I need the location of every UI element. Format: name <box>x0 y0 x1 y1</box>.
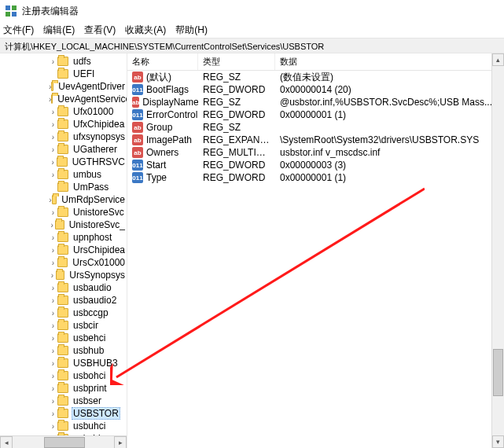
col-header-name[interactable]: 名称 <box>127 53 198 70</box>
tree-item-label: usbuhci <box>72 420 107 431</box>
col-header-data[interactable]: 数据 <box>275 53 504 70</box>
chevron-right-icon[interactable]: › <box>49 233 57 242</box>
string-value-icon: ab <box>132 72 143 83</box>
tree-item-label: usbser <box>72 395 103 406</box>
tree-item-unistoresvc_[interactable]: ›UnistoreSvc_ <box>0 218 127 231</box>
tree-item-upnphost[interactable]: ›upnphost <box>0 231 127 244</box>
chevron-right-icon[interactable]: › <box>49 133 57 141</box>
value-name: DisplayName <box>142 97 198 108</box>
menu-help[interactable]: 帮助(H) <box>175 24 208 37</box>
menu-file[interactable]: 文件(F) <box>3 24 34 37</box>
chevron-right-icon[interactable]: › <box>49 384 57 393</box>
chevron-right-icon[interactable]: › <box>49 409 57 418</box>
hscroll-left-button[interactable]: ◂ <box>0 436 13 449</box>
hscroll-right-button[interactable]: ▸ <box>114 436 127 449</box>
tree-item-usbohci[interactable]: ›usbohci <box>0 369 127 382</box>
value-row[interactable]: abGroupREG_SZ <box>127 121 504 134</box>
tree-item-ufxsynopsys[interactable]: ›ufxsynopsys <box>0 130 127 143</box>
tree-item-label: UrsCx01000 <box>71 257 127 268</box>
chevron-right-icon[interactable]: › <box>49 359 57 368</box>
folder-icon <box>57 69 68 79</box>
tree-item-label: UevAgentService <box>56 94 127 105</box>
chevron-right-icon[interactable]: › <box>49 108 57 116</box>
chevron-right-icon[interactable]: › <box>49 246 57 255</box>
vscroll-down-button[interactable]: ▾ <box>492 435 504 448</box>
tree-item-urssynopsys[interactable]: ›UrsSynopsys <box>0 269 127 281</box>
value-row[interactable]: ab(默认)REG_SZ(数值未设置) <box>127 71 504 83</box>
value-row[interactable]: abImagePathREG_EXPAND_SZ\SystemRoot\Syst… <box>127 134 504 146</box>
tree-item-usbcir[interactable]: ›usbcir <box>0 319 127 332</box>
tree-item-usbuhci[interactable]: ›usbuhci <box>0 420 127 432</box>
value-row[interactable]: 011TypeREG_DWORD0x00000001 (1) <box>127 171 504 184</box>
chevron-right-icon[interactable]: › <box>49 284 57 292</box>
tree-item-udfs[interactable]: ›udfs <box>0 55 127 68</box>
value-row[interactable]: 011ErrorControlREG_DWORD0x00000001 (1) <box>127 108 504 121</box>
folder-icon <box>57 283 68 292</box>
hscroll-thumb[interactable] <box>44 437 85 448</box>
chevron-right-icon[interactable]: › <box>49 57 57 66</box>
value-row[interactable]: abOwnersREG_MULTI_SZusbstor.inf v_mscdsc… <box>127 146 504 159</box>
chevron-right-icon[interactable]: › <box>49 422 57 431</box>
value-name: Type <box>146 172 167 183</box>
chevron-right-icon[interactable]: › <box>49 208 57 217</box>
tree-item-usbccgp[interactable]: ›usbccgp <box>0 307 127 319</box>
chevron-right-icon[interactable]: › <box>49 372 57 380</box>
chevron-right-icon[interactable]: › <box>49 347 57 355</box>
tree-item-umbus[interactable]: ›umbus <box>0 168 127 181</box>
tree-item-umrdpservice[interactable]: ›UmRdpService <box>0 193 127 206</box>
tree-item-usbaudio2[interactable]: ›usbaudio2 <box>0 294 127 307</box>
menu-fav[interactable]: 收藏夹(A) <box>125 24 166 37</box>
chevron-right-icon[interactable]: › <box>49 309 57 318</box>
list-header: 名称 类型 数据 <box>127 53 504 71</box>
chevron-right-icon[interactable]: › <box>49 397 57 406</box>
tree-item-usbhub[interactable]: ›usbhub <box>0 344 127 357</box>
tree-item-ufxchipidea[interactable]: ›UfxChipidea <box>0 118 127 130</box>
value-name: Group <box>146 122 172 133</box>
vscroll-thumb[interactable] <box>493 349 503 396</box>
tree-item-ugatherer[interactable]: ›UGatherer <box>0 143 127 156</box>
tree-item-label: ufxsynopsys <box>72 131 127 142</box>
tree-item-usbhub3[interactable]: ›USBHUB3 <box>0 357 127 369</box>
menu-view[interactable]: 查看(V) <box>84 24 116 37</box>
chevron-right-icon[interactable]: › <box>49 271 56 280</box>
vscroll-track[interactable] <box>492 66 504 435</box>
chevron-right-icon[interactable]: › <box>49 158 57 167</box>
chevron-right-icon[interactable]: › <box>49 334 57 343</box>
window-vscroll[interactable]: ▴ ▾ <box>491 53 504 448</box>
tree-item-label: USBSTOR <box>72 407 120 420</box>
tree-item-usbser[interactable]: ›usbser <box>0 395 127 407</box>
tree-item-ufx01000[interactable]: ›Ufx01000 <box>0 105 127 118</box>
tree-item-umpass[interactable]: UmPass <box>0 181 127 193</box>
col-header-type[interactable]: 类型 <box>198 53 275 70</box>
folder-icon <box>57 346 68 355</box>
tree-item-uevagentdriver[interactable]: ›UevAgentDriver <box>0 80 127 93</box>
chevron-right-icon[interactable]: › <box>49 120 57 129</box>
chevron-right-icon[interactable]: › <box>49 296 57 305</box>
value-row[interactable]: 011BootFlagsREG_DWORD0x00000014 (20) <box>127 83 504 96</box>
tree-item-label: usbprint <box>72 383 109 394</box>
folder-icon <box>57 207 68 217</box>
tree-item-uevagentservice[interactable]: ›UevAgentService <box>0 93 127 105</box>
address-bar[interactable]: 计算机\HKEY_LOCAL_MACHINE\SYSTEM\CurrentCon… <box>0 38 504 53</box>
tree-item-urscx01000[interactable]: ›UrsCx01000 <box>0 256 127 269</box>
tree-pane: ›udfsUEFI›UevAgentDriver›UevAgentService… <box>0 53 127 448</box>
hscroll-track[interactable] <box>13 436 114 449</box>
tree-item-unistoresvc[interactable]: ›UnistoreSvc <box>0 206 127 218</box>
value-row[interactable]: abDisplayNameREG_SZ@usbstor.inf,%USBSTOR… <box>127 96 504 108</box>
tree-item-ugthrsvc[interactable]: ›UGTHRSVC <box>0 156 127 168</box>
value-row[interactable]: 011StartREG_DWORD0x00000003 (3) <box>127 159 504 171</box>
chevron-right-icon[interactable]: › <box>49 259 57 267</box>
tree-item-usbehci[interactable]: ›usbehci <box>0 332 127 344</box>
chevron-right-icon[interactable]: › <box>49 145 57 154</box>
tree-item-uefi[interactable]: UEFI <box>0 68 127 80</box>
tree-item-usbstor[interactable]: ›USBSTOR <box>0 407 127 420</box>
tree-hscroll[interactable]: ◂ ▸ <box>0 435 127 448</box>
tree-item-usbaudio[interactable]: ›usbaudio <box>0 281 127 294</box>
chevron-right-icon[interactable]: › <box>49 321 57 330</box>
tree-item-urschipidea[interactable]: ›UrsChipidea <box>0 244 127 256</box>
chevron-right-icon[interactable]: › <box>49 221 55 230</box>
vscroll-up-button[interactable]: ▴ <box>492 53 504 66</box>
chevron-right-icon[interactable]: › <box>49 171 57 179</box>
menu-edit[interactable]: 编辑(E) <box>43 24 75 37</box>
tree-item-usbprint[interactable]: ›usbprint <box>0 382 127 395</box>
